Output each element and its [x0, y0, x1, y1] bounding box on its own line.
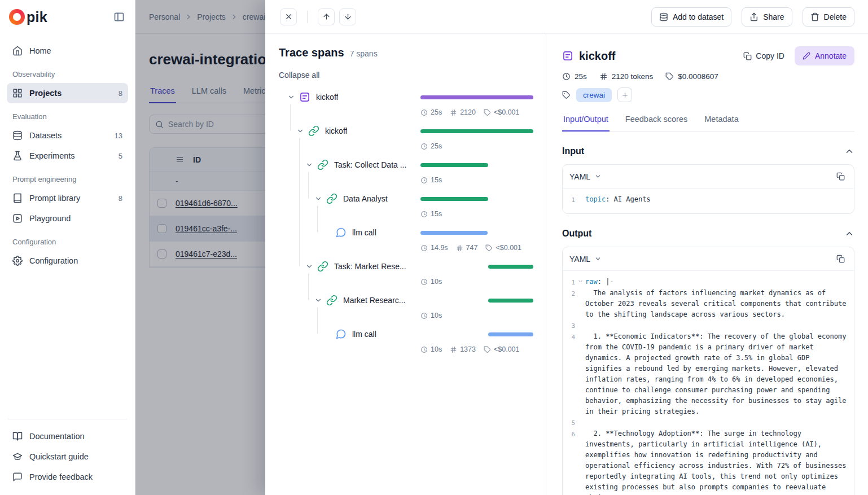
span-label: Data Analyst: [343, 194, 388, 203]
chevron-up-icon[interactable]: [844, 146, 854, 156]
span-duration: 25s: [431, 142, 442, 150]
output-section-title: Output: [562, 229, 591, 239]
copy-id-label: Copy ID: [756, 51, 784, 60]
sidebar-item-playground[interactable]: Playground: [7, 208, 128, 229]
copy-output-button[interactable]: [832, 251, 848, 267]
collapse-sidebar-icon[interactable]: [113, 11, 125, 23]
opik-logo: pik: [9, 9, 47, 25]
share-label: Share: [763, 12, 784, 21]
add-tag-button[interactable]: [617, 87, 632, 102]
span-label: llm call: [352, 330, 376, 339]
chat-icon: [335, 328, 347, 340]
share-button[interactable]: Share: [742, 7, 792, 27]
tag-icon: [484, 346, 491, 353]
flask-icon: [12, 151, 23, 161]
sidebar-item-provide-feedback[interactable]: Provide feedback: [7, 467, 128, 487]
share-icon: [749, 12, 759, 21]
input-format-select[interactable]: YAML: [569, 172, 602, 181]
book-open-icon: [12, 431, 23, 441]
sidebar-item-documentation[interactable]: Documentation: [7, 426, 128, 446]
close-icon: [284, 12, 293, 21]
book-icon: [12, 193, 23, 203]
span-row-kickoff[interactable]: kickoff 25s: [279, 122, 532, 156]
clock-icon: [420, 109, 428, 116]
link-icon: [317, 159, 328, 170]
chevron-down-icon: [594, 173, 602, 180]
gear-icon: [12, 256, 23, 266]
format-label: YAML: [569, 172, 590, 181]
span-duration: 15s: [431, 210, 442, 218]
copy-icon: [743, 52, 752, 60]
copy-input-button[interactable]: [832, 169, 848, 185]
chevron-up-icon[interactable]: [844, 229, 854, 239]
graduation-cap-icon: [12, 452, 23, 462]
chevron-down-icon[interactable]: [293, 124, 307, 138]
sidebar-item-projects[interactable]: Projects 8: [7, 83, 128, 103]
trace-spans-title: Trace spans: [279, 46, 344, 59]
chevron-down-icon[interactable]: [312, 192, 325, 205]
add-to-dataset-button[interactable]: Add to dataset: [651, 7, 731, 27]
delete-button[interactable]: Delete: [803, 7, 854, 27]
database-icon: [12, 130, 23, 141]
span-label: kickoff: [316, 93, 338, 102]
clock-icon: [420, 211, 428, 218]
span-cost: <$0.001: [494, 108, 520, 116]
code-line: 2. **Technology Adoption**: The surge in…: [585, 428, 848, 495]
span-duration-bar: [420, 129, 533, 133]
span-row-task-collect-data[interactable]: Task: Collect Data ... 15s: [279, 156, 532, 190]
span-duration-bar: [420, 231, 488, 235]
chevron-down-icon[interactable]: [303, 260, 316, 273]
sidebar-item-datasets[interactable]: Datasets 13: [7, 125, 128, 146]
span-row-task-market-research[interactable]: Task: Market Rese... 10s: [279, 258, 532, 292]
next-trace-button[interactable]: [339, 8, 356, 25]
sidebar-item-experiments[interactable]: Experiments 5: [7, 146, 128, 166]
chevron-down-icon[interactable]: [312, 294, 325, 307]
sidebar-item-label: Datasets: [29, 131, 108, 140]
span-row-llm-call-2[interactable]: llm call 10s 1373 <$0.001: [279, 326, 532, 360]
chat-icon: [335, 227, 347, 238]
sidebar-item-label: Provide feedback: [29, 472, 122, 481]
chevron-down-icon[interactable]: [303, 158, 316, 172]
sidebar-item-label: Documentation: [29, 432, 122, 441]
span-row-llm-call-1[interactable]: llm call 14.9s 747 <$0.001: [279, 224, 532, 258]
tab-input-output[interactable]: Input/Output: [562, 115, 610, 132]
output-format-select[interactable]: YAML: [569, 255, 602, 264]
close-button[interactable]: [280, 8, 297, 25]
trace-tokens: 2120 tokens: [612, 72, 654, 81]
line-number: 3: [566, 320, 575, 331]
clock-icon: [420, 346, 428, 353]
span-detail-title: kickoff: [579, 50, 615, 63]
clock-icon: [420, 177, 428, 184]
span-duration-bar: [420, 95, 533, 99]
sidebar-footer: Documentation Quickstart guide Provide f…: [0, 413, 135, 495]
span-duration: 25s: [431, 108, 442, 116]
span-row-market-researcher[interactable]: Market Researc... 10s: [279, 292, 532, 326]
format-label: YAML: [569, 255, 590, 264]
span-duration: 10s: [431, 278, 442, 286]
clock-icon: [420, 143, 428, 150]
chevron-down-icon[interactable]: [284, 90, 298, 104]
tab-feedback-scores[interactable]: Feedback scores: [624, 115, 689, 131]
tag-crewai[interactable]: crewai: [576, 88, 612, 102]
annotate-button[interactable]: Annotate: [795, 46, 854, 65]
span-duration: 10s: [431, 345, 442, 353]
span-row-data-analyst[interactable]: Data Analyst 15s: [279, 190, 532, 224]
opik-logo-mark: [9, 9, 25, 25]
sidebar-item-prompt-library[interactable]: Prompt library 8: [7, 188, 128, 208]
span-count: 7 spans: [350, 49, 378, 58]
trace-icon: [299, 91, 310, 103]
span-cost: <$0.001: [494, 345, 520, 353]
span-detail-panel: kickoff Copy ID Annotate 25s 2120 tokens…: [546, 34, 868, 495]
copy-id-button[interactable]: Copy ID: [740, 48, 788, 64]
clock-icon: [562, 72, 571, 81]
sidebar-item-home[interactable]: Home: [7, 41, 128, 61]
collapse-all-button[interactable]: Collapse all: [279, 71, 319, 80]
link-icon: [308, 125, 319, 137]
span-row-kickoff-trace[interactable]: kickoff 25s 2120 <$0.001: [279, 89, 532, 122]
tab-metadata[interactable]: Metadata: [703, 115, 739, 131]
sidebar-item-quickstart-guide[interactable]: Quickstart guide: [7, 446, 128, 467]
fold-chevron-icon[interactable]: [575, 277, 585, 284]
previous-trace-button[interactable]: [318, 8, 335, 25]
line-number: 4: [566, 331, 575, 343]
sidebar-item-configuration[interactable]: Configuration: [7, 251, 128, 271]
